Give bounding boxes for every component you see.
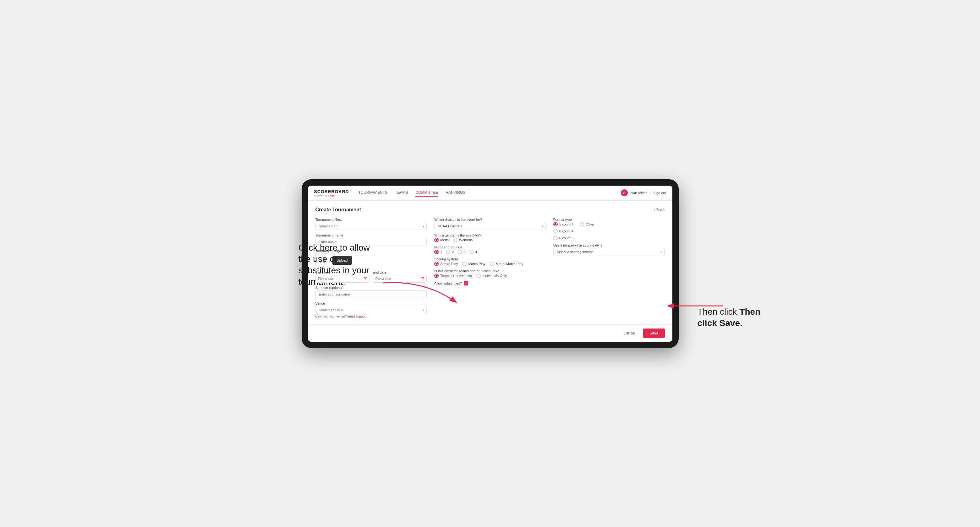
start-date-field: Start date 📅 — [315, 270, 369, 283]
scoring-group: Scoring system Stroke Play Match Play — [434, 257, 546, 266]
nav-link-teams[interactable]: TEAMS — [395, 189, 408, 197]
gender-radio-group: Mens Womens — [434, 238, 546, 242]
format-6count5[interactable]: 6 count 5 — [553, 236, 665, 240]
end-date-label: End date — [373, 270, 427, 274]
event-type-label: Is this event for Teams and/or Individua… — [434, 269, 546, 273]
nav-bar: SCOREBOARD Powered by clippd TOURNAMENTS… — [308, 186, 672, 201]
format-type-group: Format type 5 count 4 Other — [553, 217, 665, 240]
format-5count4[interactable]: 5 count 4 — [553, 222, 573, 227]
nav-link-tournaments[interactable]: TOURNAMENTS — [358, 189, 387, 197]
email-support-link[interactable]: email support — [347, 315, 366, 318]
arrow-left-indicator — [374, 277, 468, 316]
format-options: 5 count 4 Other 6 count 4 — [553, 222, 665, 240]
format-6count5-radio[interactable] — [553, 236, 558, 240]
logo-powered: Powered by clippd — [314, 194, 349, 197]
nav-username: blair admin — [630, 191, 647, 195]
division-select[interactable]: NCAA Division I — [434, 222, 546, 230]
form-right-column: Format type 5 count 4 Other — [553, 217, 665, 318]
tournament-host-select-wrapper — [315, 222, 427, 230]
format-6count4[interactable]: 6 count 4 — [553, 229, 665, 233]
scoring-stroke-radio[interactable] — [434, 262, 439, 266]
nav-avatar: B — [621, 189, 628, 196]
division-group: Which division is the event for? NCAA Di… — [434, 217, 546, 230]
scoring-label: Scoring system — [434, 257, 546, 261]
format-6count4-radio[interactable] — [553, 229, 558, 233]
rounds-1-radio[interactable] — [434, 250, 439, 254]
rounds-4-radio[interactable] — [469, 250, 474, 254]
format-type-label: Format type — [553, 217, 665, 221]
rounds-2-radio[interactable] — [446, 250, 450, 254]
scoring-stroke[interactable]: Stroke Play — [434, 262, 458, 266]
format-5count4-radio[interactable] — [553, 222, 558, 227]
scoring-medal[interactable]: Medal Match Play — [490, 262, 523, 266]
bottom-bar: Cancel Save — [308, 324, 672, 342]
page-title: Create Tournament — [315, 207, 361, 213]
gender-group: Which gender is the event for? Mens Wome… — [434, 233, 546, 242]
rounds-label: Number of rounds — [434, 245, 546, 249]
arrow-right-indicator — [666, 297, 729, 317]
nav-link-rankings[interactable]: RANKINGS — [445, 189, 465, 197]
event-type-individuals[interactable]: Individuals Only — [476, 273, 507, 278]
gender-womens-radio[interactable] — [453, 238, 458, 242]
tournament-host-label: Tournament Host — [315, 217, 427, 221]
rounds-1[interactable]: 1 — [434, 250, 442, 254]
nav-link-committee[interactable]: COMMITTEE — [415, 189, 438, 197]
gender-womens[interactable]: Womens — [453, 238, 473, 242]
page-header: Create Tournament ‹ Back — [315, 207, 665, 213]
gender-mens[interactable]: Mens — [434, 238, 449, 242]
start-date-label: Start date — [315, 270, 369, 274]
back-link[interactable]: ‹ Back — [654, 208, 665, 212]
event-type-individuals-radio[interactable] — [476, 273, 481, 278]
format-other[interactable]: Other — [580, 222, 595, 227]
rounds-group: Number of rounds 1 2 — [434, 245, 546, 254]
scoring-medal-radio[interactable] — [490, 262, 494, 266]
division-label: Which division is the event for? — [434, 217, 546, 221]
format-other-radio[interactable] — [580, 222, 584, 227]
logo-scoreboard: SCOREBOARD — [314, 189, 349, 194]
gender-label: Which gender is the event for? — [434, 233, 546, 237]
nav-links: TOURNAMENTS TEAMS COMMITTEE RANKINGS — [358, 189, 621, 197]
nav-user: B blair admin | Sign out — [621, 189, 666, 196]
scoring-api-select[interactable]: Select a scoring service — [553, 248, 665, 256]
division-select-wrapper: NCAA Division I — [434, 222, 546, 230]
scoring-match[interactable]: Match Play — [462, 262, 485, 266]
tournament-host-group: Tournament Host — [315, 217, 427, 230]
tournament-host-input[interactable] — [315, 222, 427, 230]
scoring-api-group: Use third-party live scoring API? Select… — [553, 243, 665, 256]
cancel-button[interactable]: Cancel — [618, 329, 640, 338]
start-date-calendar-icon: 📅 — [363, 277, 368, 281]
rounds-radio-group: 1 2 3 — [434, 250, 546, 254]
scoring-match-radio[interactable] — [462, 262, 466, 266]
tournament-name-label: Tournament name — [315, 233, 427, 237]
gender-mens-radio[interactable] — [434, 238, 439, 242]
start-date-input[interactable] — [315, 275, 369, 283]
scoring-api-select-wrapper: Select a scoring service — [553, 248, 665, 256]
rounds-3-radio[interactable] — [458, 250, 462, 254]
logo-area: SCOREBOARD Powered by clippd — [314, 189, 349, 197]
save-button[interactable]: Save — [643, 329, 665, 338]
rounds-4[interactable]: 4 — [469, 250, 477, 254]
rounds-2[interactable]: 2 — [446, 250, 454, 254]
scoring-api-label: Use third-party live scoring API? — [553, 243, 665, 247]
rounds-3[interactable]: 3 — [458, 250, 465, 254]
nav-signout[interactable]: Sign out — [653, 191, 666, 195]
scoring-radio-group: Stroke Play Match Play Medal Match Play — [434, 262, 546, 266]
